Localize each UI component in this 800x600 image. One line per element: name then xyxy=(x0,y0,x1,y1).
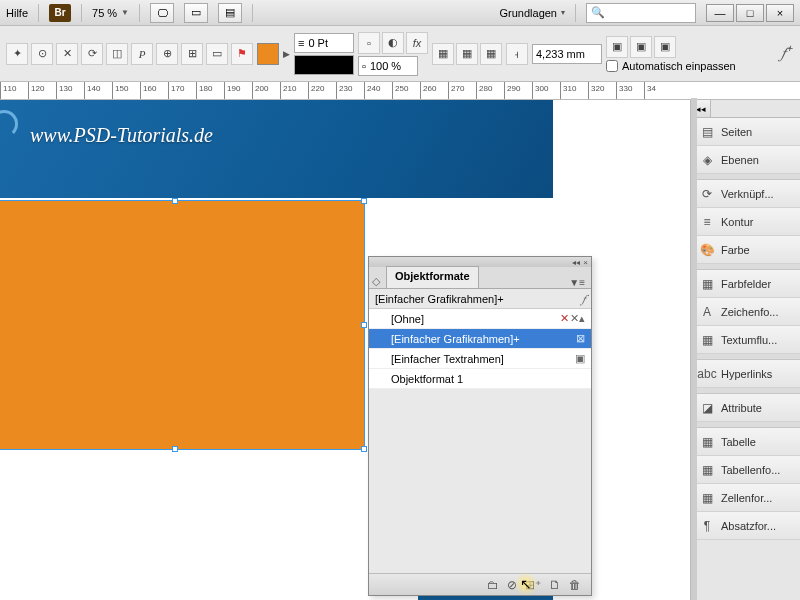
style-label: [Einfacher Textrahmen] xyxy=(391,353,504,365)
tool-icon[interactable]: ◫ xyxy=(106,43,128,65)
bridge-button[interactable]: Br xyxy=(49,4,71,22)
panel-menu-icon[interactable]: ▼≡ xyxy=(569,277,585,288)
swirl-icon xyxy=(0,110,18,138)
quick-apply-icon[interactable]: 𝑓⁺ xyxy=(781,44,790,62)
fit-icon[interactable]: ▣ xyxy=(606,36,628,58)
tool-icon[interactable]: ⟳ xyxy=(81,43,103,65)
autofit-checkbox[interactable]: Automatisch einpassen xyxy=(606,60,736,72)
panel-label: Seiten xyxy=(721,126,752,138)
window-maximize[interactable]: □ xyxy=(736,4,764,22)
object-style-item[interactable]: [Ohne]✕✕▴ xyxy=(369,309,591,329)
panel-button-attribute[interactable]: ◪Attribute xyxy=(691,394,800,422)
fill-swatch[interactable] xyxy=(257,43,279,65)
separator xyxy=(38,4,39,22)
panel-close-icon[interactable]: × xyxy=(583,258,588,267)
opacity-field[interactable]: ▫ 100 % xyxy=(358,56,418,76)
panel-button-seiten[interactable]: ▤Seiten xyxy=(691,118,800,146)
panel-icon: ◪ xyxy=(699,400,715,416)
textwrap-icon[interactable]: ▦ xyxy=(432,43,454,65)
panel-collapse-icon[interactable]: ◂◂ xyxy=(572,258,580,267)
effects-icon[interactable]: ▫ xyxy=(358,32,380,54)
tool-type-icon[interactable]: P xyxy=(131,43,153,65)
control-bar: ✦ ⊙ ✕ ⟳ ◫ P ⊕ ⊞ ▭ ⚑ ▶ ≡ 0 Pt ▫◐fx ▫ 100 … xyxy=(0,26,800,82)
style-label: [Einfacher Grafikrahmen]+ xyxy=(391,333,520,345)
object-style-item[interactable]: [Einfacher Grafikrahmen]+⊠ xyxy=(369,329,591,349)
gap-field[interactable]: 4,233 mm xyxy=(532,44,602,64)
panel-icon: ▦ xyxy=(699,490,715,506)
crop-icon[interactable]: ⫞ xyxy=(506,43,528,65)
panel-button-verknpf[interactable]: ⟳Verknüpf... xyxy=(691,180,800,208)
object-styles-tab[interactable]: Objektformate xyxy=(386,266,479,288)
search-input[interactable]: 🔍 xyxy=(586,3,696,23)
separator xyxy=(575,4,576,22)
trash-icon[interactable]: 🗑 xyxy=(569,578,581,592)
fit-icon[interactable]: ▣ xyxy=(654,36,676,58)
textwrap-icon[interactable]: ▦ xyxy=(456,43,478,65)
tool-icon[interactable]: ⊞ xyxy=(181,43,203,65)
workspace-dropdown[interactable]: Grundlagen▾ xyxy=(500,7,566,19)
tool-icon[interactable]: ⊕ xyxy=(156,43,178,65)
panel-button-kontur[interactable]: ≡Kontur xyxy=(691,208,800,236)
panel-label: Farbe xyxy=(721,244,750,256)
search-icon: 🔍 xyxy=(591,6,605,19)
panel-button-ebenen[interactable]: ◈Ebenen xyxy=(691,146,800,174)
opacity-icon[interactable]: ◐ xyxy=(382,32,404,54)
view-mode-2-icon[interactable]: ▭ xyxy=(184,3,208,23)
panel-button-tabellenfo[interactable]: ▦Tabellenfo... xyxy=(691,456,800,484)
panel-label: Zeichenfo... xyxy=(721,306,778,318)
tool-icon[interactable]: ▭ xyxy=(206,43,228,65)
style-default-icon: ▣ xyxy=(575,352,585,365)
panel-button-farbe[interactable]: 🎨Farbe xyxy=(691,236,800,264)
horizontal-ruler: 1101201301401501601701801902002102202302… xyxy=(0,82,800,100)
window-minimize[interactable]: — xyxy=(706,4,734,22)
panel-icon: abc xyxy=(699,366,715,382)
panel-label: Hyperlinks xyxy=(721,368,772,380)
panel-button-tabelle[interactable]: ▦Tabelle xyxy=(691,428,800,456)
style-default-icon: ⊠ xyxy=(576,332,585,345)
chevron-right-icon: ▶ xyxy=(283,49,290,59)
current-style-label: [Einfacher Grafikrahmen]+ xyxy=(375,293,504,305)
panel-icon: ¶ xyxy=(699,518,715,534)
page-header-graphic: www.PSD-Tutorials.de xyxy=(0,100,553,198)
fit-icon[interactable]: ▣ xyxy=(630,36,652,58)
panel-label: Textumflu... xyxy=(721,334,777,346)
header-url-text: www.PSD-Tutorials.de xyxy=(30,124,213,147)
arrange-icon[interactable]: ▤ xyxy=(218,3,242,23)
panel-icon: ▤ xyxy=(699,124,715,140)
zoom-dropdown[interactable]: 75 %▼ xyxy=(92,7,129,19)
menu-help[interactable]: Hilfe xyxy=(6,7,28,19)
panel-button-zeichenfo[interactable]: AZeichenfo... xyxy=(691,298,800,326)
tool-icon[interactable]: ✦ xyxy=(6,43,28,65)
panel-label: Attribute xyxy=(721,402,762,414)
panel-label: Zellenfor... xyxy=(721,492,772,504)
panel-button-hyperlinks[interactable]: abcHyperlinks xyxy=(691,360,800,388)
panel-icon: ▦ xyxy=(699,434,715,450)
object-styles-panel[interactable]: ◂◂× ◇ Objektformate ▼≡ [Einfacher Grafik… xyxy=(368,256,592,596)
panel-icon: ◈ xyxy=(699,152,715,168)
new-group-icon[interactable]: ⊞⁺ xyxy=(525,578,541,592)
fx-icon[interactable]: fx xyxy=(406,32,428,54)
panel-icon: ▦ xyxy=(699,276,715,292)
new-style-icon[interactable]: 🗋 xyxy=(549,578,561,592)
object-style-item[interactable]: Objektformat 1 xyxy=(369,369,591,389)
view-mode-1-icon[interactable]: 🖵 xyxy=(150,3,174,23)
style-label: [Ohne] xyxy=(391,313,424,325)
tool-icon[interactable]: ✕ xyxy=(56,43,78,65)
panel-button-zellenfor[interactable]: ▦Zellenfor... xyxy=(691,484,800,512)
textwrap-icon[interactable]: ▦ xyxy=(480,43,502,65)
tool-flag-icon[interactable]: ⚑ xyxy=(231,43,253,65)
panel-icon: 🎨 xyxy=(699,242,715,258)
clear-icon[interactable]: ⊘ xyxy=(507,578,517,592)
clear-override-icon[interactable]: 𝑓 xyxy=(582,292,585,306)
panel-button-absatzfor[interactable]: ¶Absatzfor... xyxy=(691,512,800,540)
window-close[interactable]: × xyxy=(766,4,794,22)
object-style-item[interactable]: [Einfacher Textrahmen]▣ xyxy=(369,349,591,369)
stroke-weight-field[interactable]: ≡ 0 Pt xyxy=(294,33,354,53)
tool-icon[interactable]: ⊙ xyxy=(31,43,53,65)
panel-button-farbfelder[interactable]: ▦Farbfelder xyxy=(691,270,800,298)
folder-icon[interactable]: 🗀 xyxy=(487,578,499,592)
panel-button-textumflu[interactable]: ▦Textumflu... xyxy=(691,326,800,354)
stroke-style-dropdown[interactable] xyxy=(294,55,354,75)
selected-graphic-frame[interactable] xyxy=(0,200,365,450)
panel-label: Absatzfor... xyxy=(721,520,776,532)
